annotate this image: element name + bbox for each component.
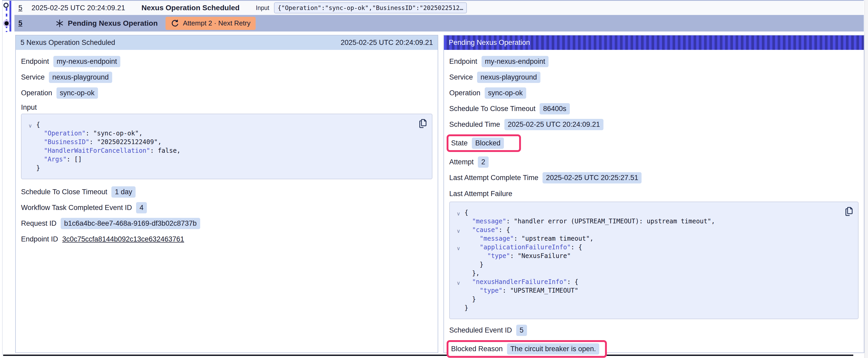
collapse-chevron-icon[interactable]: ∨ bbox=[24, 122, 36, 130]
code-gutter bbox=[24, 130, 36, 139]
bottom-divider-line bbox=[3, 355, 853, 356]
field-value-chip: 2 bbox=[478, 156, 489, 168]
json-text bbox=[464, 217, 472, 226]
json-key: "cause" bbox=[472, 226, 499, 234]
copy-icon[interactable] bbox=[418, 118, 428, 129]
collapse-chevron-icon[interactable]: ∨ bbox=[453, 279, 464, 287]
pending-operation-panel: Pending Nexus Operation Endpointmy-nexus… bbox=[443, 35, 864, 353]
code-gutter bbox=[24, 148, 36, 156]
json-text bbox=[464, 286, 480, 295]
code-line: "Operation": "sync-op-ok", bbox=[24, 129, 427, 138]
input-json-viewer: ∨{ "Operation": "sync-op-ok", "BusinessI… bbox=[21, 113, 432, 179]
json-text bbox=[36, 147, 44, 155]
code-gutter bbox=[24, 156, 36, 165]
field-value-chip: sync-op-ok bbox=[57, 88, 98, 99]
code-gutter bbox=[24, 139, 36, 148]
field-value-link[interactable]: 3c0c75ccfa8144b092c13ce632463761 bbox=[62, 235, 184, 243]
field-value-chip: my-nexus-endpoint bbox=[53, 56, 121, 67]
field-value-chip: nexus-playground bbox=[49, 72, 112, 83]
event-id-link[interactable]: 5 bbox=[19, 19, 24, 27]
field-value-chip: 2025-02-25 UTC 20:25:27.51 bbox=[542, 172, 642, 184]
history-row-pending[interactable]: 5 Pending Nexus Operation Attempt 2 · Ne… bbox=[14, 15, 864, 32]
json-key: "HandlerWaitForCancellation" bbox=[44, 147, 150, 155]
field-value-chip: 1 day bbox=[112, 186, 135, 198]
json-text bbox=[464, 252, 487, 260]
field-label: Service bbox=[449, 73, 473, 82]
input-section-label: Input bbox=[21, 103, 432, 111]
field-row: Endpointmy-nexus-endpoint bbox=[21, 56, 432, 67]
json-text: : "UPSTREAM_TIMEOUT" bbox=[502, 286, 579, 295]
collapse-chevron-icon[interactable]: ∨ bbox=[453, 227, 464, 235]
field-label: Last Attempt Complete Time bbox=[449, 174, 538, 182]
code-line: "type": "UPSTREAM_TIMEOUT" bbox=[453, 286, 853, 295]
json-key: "nexusHandlerFailureInfo" bbox=[472, 278, 567, 286]
panel-title: 5 Nexus Operation Scheduled bbox=[21, 39, 115, 47]
retry-status-badge: Attempt 2 · Next Retry bbox=[165, 17, 256, 30]
json-text: }, bbox=[464, 269, 480, 278]
field-row: Schedule To Close Timeout86400s bbox=[449, 103, 859, 115]
code-gutter bbox=[453, 287, 464, 296]
code-line: } bbox=[453, 295, 853, 304]
json-text: : [] bbox=[67, 155, 82, 164]
json-text: { bbox=[36, 121, 40, 129]
code-line: ∨ "cause": { bbox=[453, 226, 853, 234]
code-line: } bbox=[453, 260, 853, 269]
code-gutter bbox=[453, 296, 464, 305]
field-label: Workflow Task Completed Event ID bbox=[21, 204, 132, 212]
code-gutter bbox=[453, 235, 464, 244]
event-detail-panel-scheduled: 5 Nexus Operation Scheduled 2025-02-25 U… bbox=[15, 35, 438, 353]
json-text bbox=[36, 155, 44, 164]
code-line: "BusinessID": "20250225122409", bbox=[24, 138, 427, 147]
json-text bbox=[36, 129, 44, 138]
panel-header: 5 Nexus Operation Scheduled 2025-02-25 U… bbox=[16, 35, 438, 50]
field-row: Scheduled Time2025-02-25 UTC 20:24:09.21 bbox=[449, 119, 859, 130]
field-row: Servicenexus-playground bbox=[449, 71, 859, 83]
vertical-scrollbar[interactable] bbox=[864, 0, 868, 358]
code-gutter bbox=[453, 305, 464, 314]
failure-json-viewer: ∨{ "message": "handler error (UPSTREAM_T… bbox=[449, 202, 859, 319]
annotation-highlight-box: StateBlocked bbox=[446, 134, 521, 152]
panel-header-pending-striped: Pending Nexus Operation bbox=[444, 35, 864, 50]
field-row: Operationsync-op-ok bbox=[449, 87, 859, 99]
json-text: { bbox=[464, 208, 468, 217]
json-text: : { bbox=[571, 243, 582, 252]
field-label: Schedule To Close Timeout bbox=[21, 188, 107, 196]
field-row: Endpoint ID3c0c75ccfa8144b092c13ce632463… bbox=[21, 233, 432, 245]
field-value-chip: nexus-playground bbox=[477, 72, 540, 83]
code-line: "HandlerWaitForCancellation": false, bbox=[24, 147, 427, 155]
json-key: "Operation" bbox=[44, 129, 86, 138]
json-key: "Args" bbox=[44, 155, 67, 164]
field-row: Servicenexus-playground bbox=[21, 71, 432, 83]
event-input-preview-chip: {"Operation":"sync-op-ok","BusinessID":"… bbox=[274, 2, 467, 13]
json-text: : { bbox=[499, 226, 510, 234]
code-line: }, bbox=[453, 269, 853, 278]
json-text: } bbox=[464, 260, 484, 269]
field-label: Operation bbox=[449, 89, 480, 97]
field-value-chip: my-nexus-endpoint bbox=[482, 56, 549, 67]
field-row: Operationsync-op-ok bbox=[21, 87, 432, 99]
field-label: Scheduled Time bbox=[449, 121, 500, 129]
field-value-chip: 4 bbox=[136, 202, 147, 214]
code-line: } bbox=[453, 304, 853, 312]
field-row: Scheduled Event ID5 bbox=[449, 324, 859, 336]
copy-icon[interactable] bbox=[844, 206, 854, 217]
json-text: : "upstream timeout", bbox=[514, 234, 593, 243]
code-gutter bbox=[453, 218, 464, 227]
code-line: "message": "upstream timeout", bbox=[453, 234, 853, 243]
field-label: State bbox=[451, 139, 468, 147]
field-row: Endpointmy-nexus-endpoint bbox=[449, 56, 859, 67]
collapse-chevron-icon[interactable]: ∨ bbox=[453, 209, 464, 218]
json-key: "message" bbox=[472, 217, 506, 226]
code-line: "type": "NexusFailure" bbox=[453, 252, 853, 260]
asterisk-icon bbox=[56, 20, 64, 27]
field-label: Endpoint ID bbox=[21, 235, 58, 243]
collapse-chevron-icon[interactable]: ∨ bbox=[453, 244, 464, 253]
event-id-link[interactable]: 5 bbox=[19, 4, 24, 12]
code-gutter bbox=[24, 165, 36, 173]
history-row-scheduled[interactable]: 5 2025-02-25 UTC 20:24:09.21 Nexus Opera… bbox=[14, 1, 864, 15]
json-text: } bbox=[464, 304, 468, 312]
event-title: Pending Nexus Operation bbox=[68, 19, 158, 28]
field-label: Request ID bbox=[21, 220, 57, 228]
code-line: ∨{ bbox=[453, 208, 853, 217]
retry-badge-label: Attempt 2 · Next Retry bbox=[183, 19, 250, 27]
